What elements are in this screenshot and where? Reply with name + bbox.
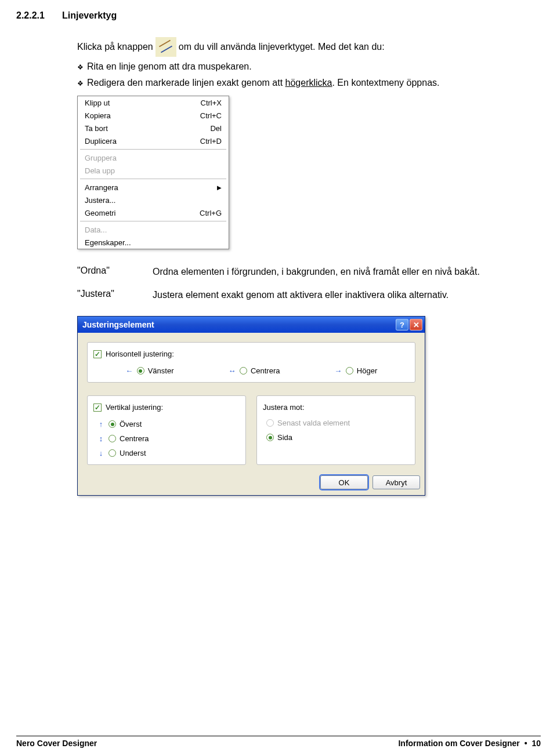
- radio-last-selected: Senast valda element: [266, 419, 350, 427]
- ctx-item-cut[interactable]: Klipp ut Ctrl+X: [78, 96, 229, 109]
- checkbox-vertical[interactable]: Vertikal justering:: [93, 403, 240, 412]
- radio-icon: [240, 367, 247, 375]
- bullet-2-before: Redigera den markerade linjen exakt geno…: [87, 78, 285, 88]
- dialog-title: Justeringselement: [82, 320, 395, 329]
- ctx-label: Data...: [85, 226, 222, 234]
- radio-hcenter-label: Centrera: [251, 366, 280, 375]
- close-button[interactable]: ✕: [410, 319, 422, 330]
- radio-left[interactable]: ← Vänster: [125, 366, 174, 375]
- bullet-2: ❖ Redigera den markerade linjen exakt ge…: [77, 77, 520, 89]
- radio-bottom[interactable]: ↓ Underst: [97, 449, 146, 457]
- ctx-item-arrange[interactable]: Arrangera ▶: [78, 181, 229, 194]
- radio-vcenter[interactable]: ↕ Centrera: [97, 434, 149, 443]
- ctx-separator: [80, 179, 226, 179]
- ctx-label: Justera...: [85, 196, 222, 205]
- footer-left: Nero Cover Designer: [16, 739, 97, 748]
- ctx-item-align[interactable]: Justera...: [78, 194, 229, 206]
- radio-top-label: Överst: [120, 420, 142, 428]
- radio-vcenter-label: Centrera: [120, 434, 149, 443]
- diamond-icon: ❖: [77, 63, 84, 72]
- desc-def-ordna: Ordna elementen i förgrunden, i bakgrund…: [153, 266, 520, 289]
- context-menu: Klipp ut Ctrl+X Kopiera Ctrl+C Ta bort D…: [77, 96, 229, 249]
- section-heading: 2.2.2.1 Linjeverktyg: [16, 10, 541, 21]
- ctx-item-properties[interactable]: Egenskaper...: [78, 236, 229, 249]
- ctx-shortcut: Del: [210, 124, 222, 133]
- ctx-label: Duplicera: [85, 137, 200, 146]
- description-list: "Ordna" Ordna elementen i förgrunden, i …: [77, 266, 520, 311]
- ctx-shortcut: Ctrl+C: [200, 111, 222, 120]
- ctx-label: Dela upp: [85, 166, 222, 175]
- group-vertical: Vertikal justering: ↑ Överst ↕: [87, 395, 246, 465]
- footer-right: Information om Cover Designer • 10: [398, 739, 541, 748]
- checkbox-horizontal-label: Horisontell justering:: [106, 350, 174, 358]
- radio-bottom-label: Underst: [120, 449, 146, 457]
- radio-icon: [108, 449, 116, 457]
- ctx-label: Geometri: [85, 209, 200, 217]
- cancel-button[interactable]: Avbryt: [372, 475, 420, 489]
- bullet-2-text: Redigera den markerade linjen exakt geno…: [87, 77, 520, 89]
- arrow-up-icon: ↑: [97, 420, 105, 428]
- group-horizontal: Horisontell justering: ← Vänster ↔ Centr…: [87, 342, 415, 383]
- radio-page[interactable]: Sida: [266, 433, 292, 442]
- ctx-item-ungroup: Dela upp: [78, 164, 229, 177]
- ok-button[interactable]: OK: [320, 475, 368, 489]
- radio-icon: [266, 419, 274, 427]
- ctx-label: Gruppera: [85, 154, 222, 162]
- align-dialog: Justeringselement ? ✕ Horisontell juster…: [77, 316, 425, 496]
- radio-right[interactable]: → Höger: [334, 366, 377, 375]
- section-number: 2.2.2.1: [16, 10, 45, 21]
- intro-text-before: Klicka på knappen: [77, 41, 153, 53]
- group-against: Justera mot: Senast valda element Sida: [256, 395, 415, 465]
- intro-text-after: om du vill använda linjeverktyget. Med d…: [179, 41, 385, 53]
- bullet-1: ❖ Rita en linje genom att dra muspekaren…: [77, 60, 520, 73]
- radio-icon: [108, 435, 116, 442]
- radio-page-label: Sida: [277, 433, 292, 442]
- desc-def-justera: Justera element exakt genom att aktivera…: [153, 289, 520, 312]
- checkbox-horizontal[interactable]: Horisontell justering:: [93, 350, 409, 358]
- ctx-item-copy[interactable]: Kopiera Ctrl+C: [78, 109, 229, 122]
- ctx-label: Arrangera: [85, 183, 217, 192]
- arrows-horizontal-icon: ↔: [228, 366, 236, 375]
- radio-last-label: Senast valda element: [277, 419, 350, 427]
- arrows-vertical-icon: ↕: [97, 434, 105, 443]
- ctx-label: Egenskaper...: [85, 238, 222, 247]
- arrow-down-icon: ↓: [97, 449, 105, 457]
- help-button[interactable]: ?: [396, 319, 408, 330]
- radio-right-label: Höger: [357, 366, 377, 375]
- ctx-item-delete[interactable]: Ta bort Del: [78, 122, 229, 135]
- bullet-1-text: Rita en linje genom att dra muspekaren.: [87, 60, 520, 73]
- diamond-icon: ❖: [77, 79, 84, 88]
- ctx-item-geometry[interactable]: Geometri Ctrl+G: [78, 206, 229, 219]
- bullet-2-underlined: högerklicka: [285, 78, 332, 88]
- dialog-footer: OK Avbryt: [78, 470, 425, 495]
- checkbox-vertical-label: Vertikal justering:: [106, 403, 163, 412]
- radio-top[interactable]: ↑ Överst: [97, 420, 142, 428]
- radio-icon: [346, 367, 353, 375]
- radio-icon: [137, 367, 144, 375]
- ctx-label: Ta bort: [85, 124, 210, 133]
- ctx-item-duplicate[interactable]: Duplicera Ctrl+D: [78, 135, 229, 147]
- ctx-shortcut: Ctrl+X: [201, 99, 222, 107]
- footer-right-text: Information om Cover Designer: [398, 739, 519, 748]
- section-title: Linjeverktyg: [62, 10, 117, 21]
- ctx-item-data: Data...: [78, 223, 229, 236]
- dialog-titlebar: Justeringselement ? ✕: [78, 317, 425, 333]
- arrow-right-icon: →: [334, 366, 342, 375]
- page-footer: Nero Cover Designer Information om Cover…: [16, 736, 541, 748]
- ctx-separator: [80, 149, 226, 150]
- bullet-2-after: . En kontextmeny öppnas.: [332, 78, 439, 88]
- ctx-separator: [80, 221, 226, 221]
- line-tool-icon: [155, 37, 176, 57]
- ctx-item-group: Gruppera: [78, 151, 229, 164]
- bullet-dot-icon: •: [525, 739, 527, 748]
- radio-icon: [108, 420, 116, 428]
- radio-hcenter[interactable]: ↔ Centrera: [228, 366, 280, 375]
- footer-page-number: 10: [531, 739, 541, 748]
- group-against-label: Justera mot:: [263, 403, 409, 412]
- ctx-label: Kopiera: [85, 111, 200, 120]
- checkbox-icon: [93, 404, 102, 412]
- submenu-arrow-icon: ▶: [217, 184, 222, 191]
- radio-left-label: Vänster: [148, 366, 174, 375]
- desc-term-ordna: "Ordna": [77, 266, 153, 289]
- ctx-shortcut: Ctrl+D: [200, 137, 222, 146]
